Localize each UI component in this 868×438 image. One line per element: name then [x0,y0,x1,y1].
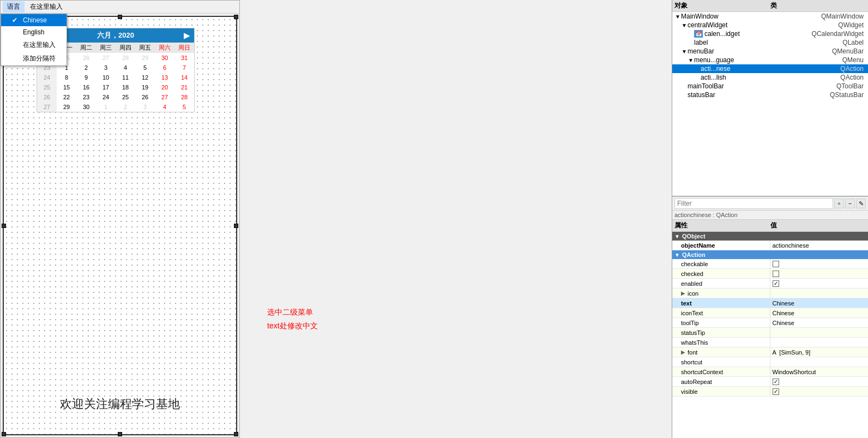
calendar-title: 六月，2020 [97,31,134,40]
annotation: 选中二级菜单 text处修改中文 [267,305,318,333]
expand-icon: ▼ [681,22,688,28]
checkbox-checkable[interactable] [773,261,779,267]
tree-item-menu-language[interactable]: ▼ menu...guage QMenu [672,56,868,64]
filter-input[interactable] [674,198,833,209]
prop-row-text: text Chinese [672,298,868,308]
object-tree: 对象 类 ▼ MainWindow QMainWindow ▼ centralW… [672,0,868,196]
tree-header: 对象 类 [672,0,868,12]
handle-ml [2,224,6,228]
handle-tr [234,15,238,19]
check-icon: ✔ [12,16,20,24]
prop-row-font: ▶font A [SimSun, 9] [672,347,868,357]
main-content: ◀ 六月，2020 ▶ 周一 周二 周三 周四 周五 周六 周日 22 25 2… [3,16,237,435]
prop-row-autorepeat: autoRepeat [672,377,868,387]
dropdown-menu: ✔ Chinese English 在这里输入 添加分隔符 [1,14,67,66]
handle-tc [118,15,122,19]
menu-enter-here[interactable]: 在这里输入 [26,1,67,13]
handle-mr [234,224,238,228]
action-label: actionchinese : QAction [672,211,868,220]
empty-icon [12,41,20,49]
annotation-line1: 选中二级菜单 [267,305,318,319]
checkbox-autorepeat[interactable] [773,379,779,385]
handle-br [234,432,238,436]
left-panel: 语言 在这里输入 ✔ Chinese English 在这里输入 添加分隔符 [0,0,240,438]
welcome-label: 欢迎关注编程学习基地 [60,396,180,412]
tree-item-label[interactable]: label QLabel [672,38,868,47]
prop-row-shortcut: shortcut [672,357,868,367]
calendar-icon: 📅 [694,30,703,38]
expand-icon: ▼ [681,49,688,55]
expand-icon: ▼ [674,14,681,20]
prop-row-icon: ▶icon [672,289,868,298]
check-icon [12,28,20,36]
handle-bc [118,432,122,436]
checkbox-visible[interactable] [773,388,779,395]
prop-row-checked: checked [672,269,868,279]
empty-icon [12,55,20,63]
prop-row-tooltip: toolTip Chinese [672,318,868,328]
tree-item-centralwidget[interactable]: ▼ centralWidget QWidget [672,21,868,29]
properties-header: 属性 值 [672,220,868,232]
next-month-btn[interactable]: ▶ [184,31,190,40]
prop-row-whatsthis: whatsThis [672,338,868,347]
filter-bar: + − ✎ [672,196,868,211]
tree-col-object: 对象 [674,1,770,10]
tree-item-menubar[interactable]: ▼ menuBar QMenuBar [672,47,868,56]
prop-row-checkable: checkable [672,259,868,269]
tree-item-mainwindow[interactable]: ▼ MainWindow QMainWindow [672,12,868,21]
prop-section-qaction: ▼ QAction [672,250,868,259]
right-panel: 对象 类 ▼ MainWindow QMainWindow ▼ centralW… [672,0,868,438]
center-area: 选中二级菜单 text处修改中文 [240,0,672,438]
menu-language[interactable]: 语言 [3,1,25,13]
tree-item-action-chinese[interactable]: acti...nese QAction [672,64,868,73]
prop-row-visible: visible [672,387,868,397]
prop-row-shortcutcontext: shortcutContext WindowShortcut [672,367,868,377]
properties-panel: 属性 值 ▼ QObject objectName actionchinese … [672,220,868,438]
tree-item-toolbar[interactable]: mainToolBar QToolBar [672,82,868,91]
prop-section-qobject: ▼ QObject [672,232,868,241]
prop-row-enabled: enabled [672,279,868,289]
dropdown-item-chinese[interactable]: ✔ Chinese [1,14,67,26]
tree-item-action-english[interactable]: acti...lish QAction [672,73,868,82]
checkbox-checked[interactable] [773,271,779,277]
filter-add-btn[interactable]: + [834,199,844,208]
prop-row-objectname: objectName actionchinese [672,241,868,250]
handle-bl [2,432,6,436]
prop-row-icontext: iconText Chinese [672,308,868,318]
expand-icon: ▼ [688,57,694,63]
filter-remove-btn[interactable]: − [845,199,855,208]
checkbox-enabled[interactable] [773,280,779,287]
dropdown-item-separator[interactable]: 添加分隔符 [1,52,67,65]
prop-row-statustip: statusTip [672,328,868,338]
filter-edit-btn[interactable]: ✎ [856,199,866,208]
tree-item-statusbar[interactable]: statusBar QStatusBar [672,91,868,99]
menu-bar: 语言 在这里输入 [1,1,239,14]
dropdown-item-enter[interactable]: 在这里输入 [1,38,67,52]
dropdown-item-english[interactable]: English [1,26,67,38]
tree-item-calendar[interactable]: 📅 calen...idget QCalendarWidget [672,29,868,38]
annotation-line2: text处修改中文 [267,319,318,333]
tree-col-class: 类 [770,1,866,10]
